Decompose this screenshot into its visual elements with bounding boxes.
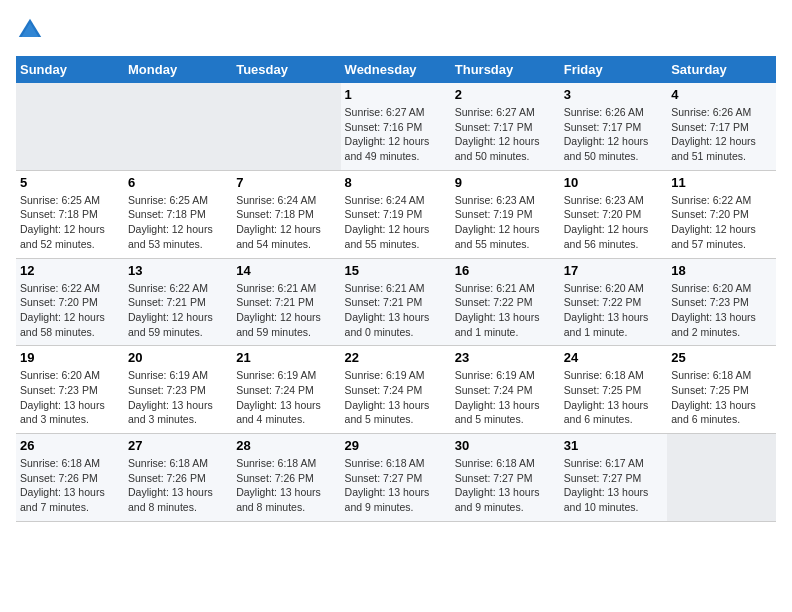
day-cell: 24Sunrise: 6:18 AM Sunset: 7:25 PM Dayli…: [560, 346, 667, 434]
day-info: Sunrise: 6:19 AM Sunset: 7:24 PM Dayligh…: [236, 368, 336, 427]
day-cell: [667, 434, 776, 522]
week-row-1: 1Sunrise: 6:27 AM Sunset: 7:16 PM Daylig…: [16, 83, 776, 170]
day-cell: 4Sunrise: 6:26 AM Sunset: 7:17 PM Daylig…: [667, 83, 776, 170]
day-info: Sunrise: 6:19 AM Sunset: 7:24 PM Dayligh…: [345, 368, 447, 427]
day-number: 4: [671, 87, 772, 102]
day-cell: [124, 83, 232, 170]
week-row-4: 19Sunrise: 6:20 AM Sunset: 7:23 PM Dayli…: [16, 346, 776, 434]
day-cell: 7Sunrise: 6:24 AM Sunset: 7:18 PM Daylig…: [232, 170, 340, 258]
day-info: Sunrise: 6:20 AM Sunset: 7:23 PM Dayligh…: [20, 368, 120, 427]
day-cell: 5Sunrise: 6:25 AM Sunset: 7:18 PM Daylig…: [16, 170, 124, 258]
day-info: Sunrise: 6:21 AM Sunset: 7:21 PM Dayligh…: [345, 281, 447, 340]
day-number: 7: [236, 175, 336, 190]
day-number: 10: [564, 175, 663, 190]
day-cell: [232, 83, 340, 170]
calendar-table: SundayMondayTuesdayWednesdayThursdayFrid…: [16, 56, 776, 522]
day-number: 8: [345, 175, 447, 190]
day-info: Sunrise: 6:23 AM Sunset: 7:19 PM Dayligh…: [455, 193, 556, 252]
day-header-tuesday: Tuesday: [232, 56, 340, 83]
day-cell: 25Sunrise: 6:18 AM Sunset: 7:25 PM Dayli…: [667, 346, 776, 434]
day-cell: 29Sunrise: 6:18 AM Sunset: 7:27 PM Dayli…: [341, 434, 451, 522]
day-cell: 12Sunrise: 6:22 AM Sunset: 7:20 PM Dayli…: [16, 258, 124, 346]
day-info: Sunrise: 6:22 AM Sunset: 7:20 PM Dayligh…: [20, 281, 120, 340]
day-cell: [16, 83, 124, 170]
day-number: 26: [20, 438, 120, 453]
day-cell: 27Sunrise: 6:18 AM Sunset: 7:26 PM Dayli…: [124, 434, 232, 522]
day-cell: 23Sunrise: 6:19 AM Sunset: 7:24 PM Dayli…: [451, 346, 560, 434]
day-info: Sunrise: 6:18 AM Sunset: 7:26 PM Dayligh…: [236, 456, 336, 515]
week-row-5: 26Sunrise: 6:18 AM Sunset: 7:26 PM Dayli…: [16, 434, 776, 522]
day-cell: 22Sunrise: 6:19 AM Sunset: 7:24 PM Dayli…: [341, 346, 451, 434]
logo-icon: [16, 16, 44, 44]
day-header-monday: Monday: [124, 56, 232, 83]
day-number: 11: [671, 175, 772, 190]
day-cell: 15Sunrise: 6:21 AM Sunset: 7:21 PM Dayli…: [341, 258, 451, 346]
day-number: 17: [564, 263, 663, 278]
day-info: Sunrise: 6:17 AM Sunset: 7:27 PM Dayligh…: [564, 456, 663, 515]
day-info: Sunrise: 6:20 AM Sunset: 7:23 PM Dayligh…: [671, 281, 772, 340]
day-info: Sunrise: 6:18 AM Sunset: 7:26 PM Dayligh…: [128, 456, 228, 515]
day-cell: 1Sunrise: 6:27 AM Sunset: 7:16 PM Daylig…: [341, 83, 451, 170]
day-header-wednesday: Wednesday: [341, 56, 451, 83]
day-info: Sunrise: 6:25 AM Sunset: 7:18 PM Dayligh…: [20, 193, 120, 252]
day-cell: 16Sunrise: 6:21 AM Sunset: 7:22 PM Dayli…: [451, 258, 560, 346]
day-cell: 10Sunrise: 6:23 AM Sunset: 7:20 PM Dayli…: [560, 170, 667, 258]
day-info: Sunrise: 6:18 AM Sunset: 7:25 PM Dayligh…: [564, 368, 663, 427]
day-info: Sunrise: 6:18 AM Sunset: 7:25 PM Dayligh…: [671, 368, 772, 427]
day-number: 1: [345, 87, 447, 102]
day-number: 24: [564, 350, 663, 365]
week-row-2: 5Sunrise: 6:25 AM Sunset: 7:18 PM Daylig…: [16, 170, 776, 258]
day-info: Sunrise: 6:18 AM Sunset: 7:27 PM Dayligh…: [345, 456, 447, 515]
day-cell: 9Sunrise: 6:23 AM Sunset: 7:19 PM Daylig…: [451, 170, 560, 258]
day-number: 28: [236, 438, 336, 453]
day-number: 23: [455, 350, 556, 365]
day-cell: 19Sunrise: 6:20 AM Sunset: 7:23 PM Dayli…: [16, 346, 124, 434]
day-header-saturday: Saturday: [667, 56, 776, 83]
day-info: Sunrise: 6:26 AM Sunset: 7:17 PM Dayligh…: [564, 105, 663, 164]
logo: [16, 16, 48, 44]
day-number: 5: [20, 175, 120, 190]
day-info: Sunrise: 6:22 AM Sunset: 7:20 PM Dayligh…: [671, 193, 772, 252]
day-header-thursday: Thursday: [451, 56, 560, 83]
day-number: 31: [564, 438, 663, 453]
day-number: 16: [455, 263, 556, 278]
day-cell: 2Sunrise: 6:27 AM Sunset: 7:17 PM Daylig…: [451, 83, 560, 170]
day-info: Sunrise: 6:24 AM Sunset: 7:19 PM Dayligh…: [345, 193, 447, 252]
day-number: 29: [345, 438, 447, 453]
day-cell: 26Sunrise: 6:18 AM Sunset: 7:26 PM Dayli…: [16, 434, 124, 522]
day-number: 18: [671, 263, 772, 278]
day-number: 21: [236, 350, 336, 365]
day-info: Sunrise: 6:18 AM Sunset: 7:27 PM Dayligh…: [455, 456, 556, 515]
day-number: 2: [455, 87, 556, 102]
day-cell: 31Sunrise: 6:17 AM Sunset: 7:27 PM Dayli…: [560, 434, 667, 522]
day-info: Sunrise: 6:18 AM Sunset: 7:26 PM Dayligh…: [20, 456, 120, 515]
page-header: [16, 16, 776, 44]
days-of-week-row: SundayMondayTuesdayWednesdayThursdayFrid…: [16, 56, 776, 83]
day-info: Sunrise: 6:21 AM Sunset: 7:22 PM Dayligh…: [455, 281, 556, 340]
day-info: Sunrise: 6:27 AM Sunset: 7:16 PM Dayligh…: [345, 105, 447, 164]
day-number: 20: [128, 350, 228, 365]
day-cell: 11Sunrise: 6:22 AM Sunset: 7:20 PM Dayli…: [667, 170, 776, 258]
day-info: Sunrise: 6:19 AM Sunset: 7:23 PM Dayligh…: [128, 368, 228, 427]
day-number: 30: [455, 438, 556, 453]
day-number: 27: [128, 438, 228, 453]
day-number: 12: [20, 263, 120, 278]
day-info: Sunrise: 6:19 AM Sunset: 7:24 PM Dayligh…: [455, 368, 556, 427]
week-row-3: 12Sunrise: 6:22 AM Sunset: 7:20 PM Dayli…: [16, 258, 776, 346]
day-info: Sunrise: 6:24 AM Sunset: 7:18 PM Dayligh…: [236, 193, 336, 252]
day-info: Sunrise: 6:23 AM Sunset: 7:20 PM Dayligh…: [564, 193, 663, 252]
day-cell: 21Sunrise: 6:19 AM Sunset: 7:24 PM Dayli…: [232, 346, 340, 434]
day-number: 22: [345, 350, 447, 365]
day-info: Sunrise: 6:27 AM Sunset: 7:17 PM Dayligh…: [455, 105, 556, 164]
day-number: 15: [345, 263, 447, 278]
day-header-sunday: Sunday: [16, 56, 124, 83]
day-cell: 20Sunrise: 6:19 AM Sunset: 7:23 PM Dayli…: [124, 346, 232, 434]
day-number: 6: [128, 175, 228, 190]
day-number: 9: [455, 175, 556, 190]
day-number: 19: [20, 350, 120, 365]
day-cell: 30Sunrise: 6:18 AM Sunset: 7:27 PM Dayli…: [451, 434, 560, 522]
day-cell: 3Sunrise: 6:26 AM Sunset: 7:17 PM Daylig…: [560, 83, 667, 170]
day-info: Sunrise: 6:26 AM Sunset: 7:17 PM Dayligh…: [671, 105, 772, 164]
day-info: Sunrise: 6:25 AM Sunset: 7:18 PM Dayligh…: [128, 193, 228, 252]
day-cell: 17Sunrise: 6:20 AM Sunset: 7:22 PM Dayli…: [560, 258, 667, 346]
